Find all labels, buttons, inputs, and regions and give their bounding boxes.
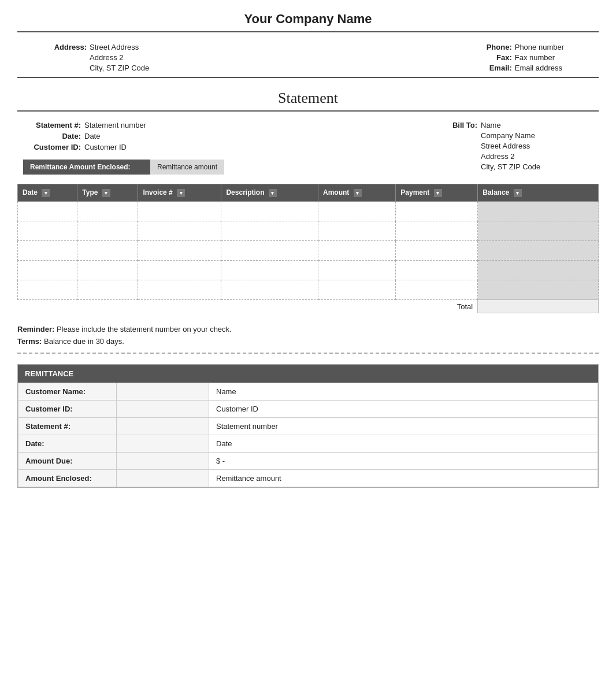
terms-line: Terms: Balance due in 30 days. <box>17 337 599 346</box>
bill-to-company-row: Company Name <box>443 131 593 140</box>
remittance-row-value: Statement number <box>209 418 598 435</box>
total-empty <box>18 299 396 313</box>
table-row <box>18 240 599 260</box>
fax-row: Fax: Fax number <box>477 53 564 62</box>
remittance-row-spacer <box>117 418 209 435</box>
remittance-row-value: Date <box>209 435 598 453</box>
notes-section: Reminder: Please include the statement n… <box>17 319 599 354</box>
remittance-row: Amount Due:$ - <box>18 453 598 470</box>
cell-balance <box>478 240 599 260</box>
table-total-row: Total <box>18 299 599 313</box>
statement-number-value: Statement number <box>84 121 146 129</box>
cell-type <box>77 201 138 221</box>
cell-description <box>221 221 318 240</box>
cell-date <box>18 240 77 260</box>
phone-row: Phone: Phone number <box>477 43 564 51</box>
bill-to-street-row: Street Address <box>443 142 593 150</box>
cell-date <box>18 260 77 280</box>
address2-row: Address 2 <box>52 53 149 62</box>
email-label: Email: <box>477 64 512 72</box>
bill-to-address2-row: Address 2 <box>443 152 593 161</box>
col-amount[interactable]: Amount ▾ <box>318 184 396 202</box>
address3-value: City, ST ZIP Code <box>90 64 149 72</box>
terms-text: Balance due in 30 days. <box>44 337 124 346</box>
cell-payment <box>396 240 478 260</box>
bill-to-row: Bill To: Name <box>443 121 593 129</box>
address2-spacer <box>52 53 87 62</box>
customer-id-value: Customer ID <box>84 143 127 151</box>
payment-dropdown-icon[interactable]: ▾ <box>434 189 442 197</box>
reminder-label: Reminder: <box>17 325 54 333</box>
remittance-row: Amount Enclosed:Remittance amount <box>18 470 598 487</box>
remittance-row-value: Name <box>209 383 598 401</box>
remittance-row-label: Statement #: <box>18 418 117 435</box>
cell-type <box>77 280 138 299</box>
phone-value: Phone number <box>515 43 564 51</box>
company-header: Your Company Name <box>17 12 599 32</box>
statement-date-value: Date <box>84 132 100 140</box>
reminder-line: Reminder: Please include the statement n… <box>17 325 599 333</box>
col-description[interactable]: Description ▾ <box>221 184 318 202</box>
col-type[interactable]: Type ▾ <box>77 184 138 202</box>
remittance-row-label: Amount Due: <box>18 453 117 470</box>
col-payment[interactable]: Payment ▾ <box>396 184 478 202</box>
bill-to-name: Name <box>481 121 501 129</box>
cell-type <box>77 240 138 260</box>
address-label: Address: <box>52 43 87 51</box>
remittance-row: Date:Date <box>18 435 598 453</box>
col-date[interactable]: Date ▾ <box>18 184 77 202</box>
col-invoice[interactable]: Invoice # ▾ <box>138 184 221 202</box>
cell-payment <box>396 221 478 240</box>
statement-number-row: Statement #: Statement number <box>23 121 224 129</box>
cell-description <box>221 240 318 260</box>
fax-label: Fax: <box>477 53 512 62</box>
remittance-row-spacer <box>117 470 209 487</box>
bill-to-city-spacer <box>443 162 477 171</box>
cell-description <box>221 201 318 221</box>
cell-amount <box>318 201 396 221</box>
bill-to-address2: Address 2 <box>481 152 515 161</box>
cell-payment <box>396 260 478 280</box>
customer-id-row: Customer ID: Customer ID <box>23 143 224 151</box>
company-info: Address: Street Address Address 2 City, … <box>17 38 599 78</box>
remittance-enclosed-row: Remittance Amount Enclosed: Remittance a… <box>23 160 224 175</box>
remittance-row-spacer <box>117 383 209 401</box>
cell-invoice <box>138 221 221 240</box>
remittance-row-value: $ - <box>209 453 598 470</box>
cell-date <box>18 280 77 299</box>
statement-meta-right: Bill To: Name Company Name Street Addres… <box>443 121 593 175</box>
cell-payment <box>396 280 478 299</box>
address2-value: Address 2 <box>90 53 124 62</box>
company-info-left: Address: Street Address Address 2 City, … <box>52 43 149 72</box>
cell-amount <box>318 221 396 240</box>
bill-to-city-row: City, ST ZIP Code <box>443 162 593 171</box>
remittance-row-label: Customer ID: <box>18 401 117 418</box>
date-dropdown-icon[interactable]: ▾ <box>42 189 50 197</box>
table-header-row: Date ▾ Type ▾ Invoice # ▾ Description ▾ … <box>18 184 599 202</box>
col-balance[interactable]: Balance ▾ <box>478 184 599 202</box>
cell-invoice <box>138 280 221 299</box>
description-dropdown-icon[interactable]: ▾ <box>269 189 277 197</box>
cell-balance <box>478 221 599 240</box>
remittance-row-spacer <box>117 453 209 470</box>
balance-dropdown-icon[interactable]: ▾ <box>514 189 522 197</box>
remittance-row-spacer <box>117 435 209 453</box>
terms-label: Terms: <box>17 337 42 346</box>
statement-date-row: Date: Date <box>23 132 224 140</box>
type-dropdown-icon[interactable]: ▾ <box>102 189 110 197</box>
cell-amount <box>318 240 396 260</box>
cell-payment <box>396 201 478 221</box>
remittance-row-label: Amount Enclosed: <box>18 470 117 487</box>
invoice-dropdown-icon[interactable]: ▾ <box>177 189 185 197</box>
statement-meta-left: Statement #: Statement number Date: Date… <box>23 121 224 175</box>
remittance-enclosed-label: Remittance Amount Enclosed: <box>23 160 150 175</box>
remittance-row-value: Customer ID <box>209 401 598 418</box>
cell-balance <box>478 260 599 280</box>
email-row: Email: Email address <box>477 64 564 72</box>
reminder-text: Please include the statement number on y… <box>57 325 232 333</box>
cell-description <box>221 260 318 280</box>
cell-invoice <box>138 260 221 280</box>
bill-to-company: Company Name <box>481 131 535 140</box>
table-row <box>18 221 599 240</box>
amount-dropdown-icon[interactable]: ▾ <box>354 189 362 197</box>
